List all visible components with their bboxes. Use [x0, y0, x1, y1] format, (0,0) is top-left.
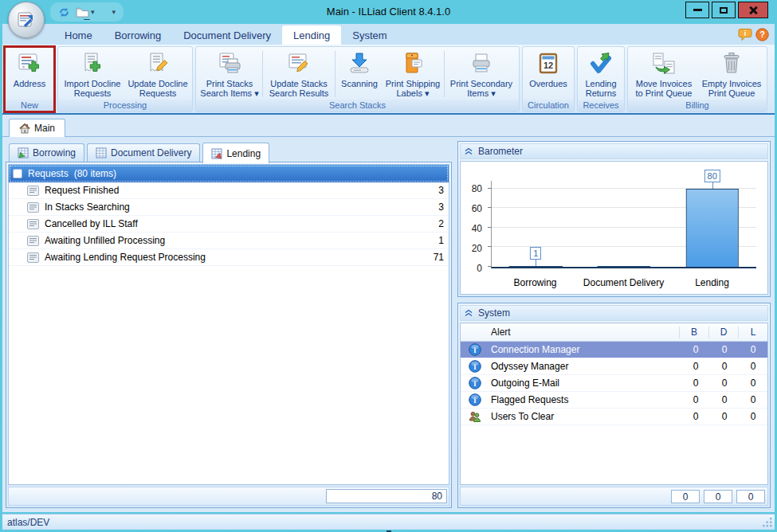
- collapse-chevrons-icon[interactable]: [465, 147, 473, 155]
- update-docline-requests-button[interactable]: Update Docline Requests: [125, 49, 190, 100]
- info-icon: i: [469, 393, 481, 406]
- status-bar: atlas/DEV: [2, 514, 775, 530]
- d-total: 0: [704, 490, 732, 503]
- request-count: 3: [438, 201, 449, 213]
- bar-value-label: 1: [530, 247, 541, 260]
- about-bubble-icon[interactable]: i: [738, 28, 752, 41]
- system-table-body: Alert B D L i Connection Manager: [460, 323, 768, 485]
- chart-plot: 180: [491, 181, 756, 268]
- system-header[interactable]: System: [460, 305, 768, 321]
- home-icon: [19, 123, 30, 134]
- request-list-icon: [27, 186, 39, 196]
- bar-lending: [685, 189, 738, 267]
- scanning-button[interactable]: Scanning: [336, 49, 383, 100]
- alert-l-count: 0: [739, 411, 767, 422]
- ribbon-group-label-search-stacks: Search Stacks: [196, 100, 519, 111]
- print-stacks-search-items-button[interactable]: Print Stacks Search Items ▾: [198, 49, 261, 100]
- request-row[interactable]: In Stacks Searching 3: [9, 199, 449, 216]
- request-list-icon: [27, 252, 39, 263]
- tab-main-label: Main: [34, 123, 55, 134]
- system-row-flagged-requests[interactable]: i Flagged Requests 0 0 0: [461, 392, 767, 409]
- lending-returns-icon: [588, 51, 614, 76]
- l-column-header[interactable]: L: [739, 327, 767, 338]
- button-label: Overdues: [529, 79, 567, 88]
- requests-group-header[interactable]: Requests (80 items): [9, 165, 449, 182]
- application-menu-button[interactable]: [8, 2, 45, 38]
- subtab-document-delivery[interactable]: Document Delivery: [87, 143, 200, 162]
- bar-column-document-delivery: [580, 181, 669, 267]
- alert-b-count: 0: [681, 394, 710, 405]
- button-label: Lending Returns: [581, 79, 621, 98]
- ribbon-group-search-stacks: Print Stacks Search Items ▾ Update Stack…: [195, 46, 520, 112]
- print-shipping-labels-icon: [400, 51, 426, 76]
- ribbon-separator: [444, 51, 445, 97]
- system-alert-table: Alert B D L i Connection Manager: [461, 323, 767, 425]
- print-secondary-items-button[interactable]: Print Secondary Items ▾: [445, 49, 517, 100]
- address-new-icon: [17, 51, 42, 76]
- tab-system[interactable]: System: [341, 25, 398, 45]
- folder-icon: [76, 7, 89, 18]
- overdues-calendar-icon: 12: [536, 51, 561, 76]
- request-row[interactable]: Request Finished 3: [9, 182, 449, 199]
- d-column-header[interactable]: D: [709, 327, 738, 338]
- help-icon[interactable]: ?: [755, 28, 769, 41]
- app-logo-icon: [16, 10, 37, 30]
- open-form-button[interactable]: ▾: [76, 7, 95, 18]
- button-label: Update Stacks Search Results: [265, 79, 332, 98]
- refresh-icon[interactable]: [58, 6, 70, 18]
- maximize-button[interactable]: [712, 2, 736, 18]
- print-shipping-labels-button[interactable]: Print Shipping Labels ▾: [383, 49, 443, 100]
- address-button[interactable]: Address: [6, 49, 53, 100]
- borrowing-grid-icon: [18, 147, 29, 158]
- customize-toolbar-button[interactable]: ▾: [112, 10, 116, 14]
- resize-grip[interactable]: [763, 518, 772, 527]
- collapse-chevrons-icon[interactable]: [465, 309, 473, 317]
- alert-l-count: 0: [739, 377, 767, 389]
- update-stacks-search-results-button[interactable]: Update Stacks Search Results: [264, 49, 334, 100]
- update-docline-icon: [145, 51, 171, 76]
- button-label: Print Secondary Items ▾: [447, 79, 516, 98]
- request-row[interactable]: Awaiting Unfilled Processing 1: [9, 233, 449, 249]
- tab-home[interactable]: Home: [53, 25, 104, 45]
- titlebar: ▾ ▾ Main - ILLiad Client 8.4.1.0: [2, 0, 775, 24]
- request-row[interactable]: Cancelled by ILL Staff 2: [9, 216, 449, 233]
- alert-column-header[interactable]: Alert: [489, 327, 679, 338]
- ribbon-group-label-billing: Billing: [628, 100, 767, 111]
- subtab-label: Document Delivery: [111, 147, 191, 158]
- button-label: Empty Invoices Print Queue: [700, 79, 763, 98]
- barometer-header[interactable]: Barometer: [460, 143, 768, 159]
- minimize-button[interactable]: [685, 2, 709, 18]
- request-label: Request Finished: [45, 185, 119, 196]
- move-invoices-to-print-queue-button[interactable]: Move Invoices to Print Queue: [630, 49, 698, 100]
- empty-invoices-print-queue-button[interactable]: Empty Invoices Print Queue: [698, 49, 765, 100]
- print-stacks-search-items-icon: [217, 51, 242, 76]
- tab-borrowing[interactable]: Borrowing: [104, 25, 173, 45]
- alert-l-count: 0: [739, 344, 767, 355]
- info-icon: i: [469, 360, 481, 373]
- requests-total: 80: [326, 489, 447, 503]
- system-row-outgoing-email[interactable]: i Outgoing E-Mail 0 0 0: [461, 375, 767, 392]
- import-docline-icon: [80, 51, 105, 76]
- ribbon-group-billing: Move Invoices to Print Queue Empty Invoi…: [627, 46, 767, 112]
- lending-returns-button[interactable]: Lending Returns: [579, 49, 622, 100]
- ribbon-tab-row: Home Borrowing Document Delivery Lending…: [2, 24, 775, 45]
- collapse-minus-icon[interactable]: [13, 169, 22, 178]
- overdues-button[interactable]: 12 Overdues: [524, 49, 572, 100]
- system-row-users-to-clear[interactable]: Users To Clear 0 0 0: [461, 409, 767, 425]
- alert-d-count: 0: [710, 344, 739, 355]
- subtab-lending[interactable]: Lending: [202, 143, 269, 163]
- alert-d-count: 0: [710, 361, 739, 372]
- b-column-header[interactable]: B: [680, 327, 708, 338]
- close-button[interactable]: [738, 2, 768, 18]
- empty-invoices-icon: [719, 51, 744, 76]
- tab-main[interactable]: Main: [9, 119, 65, 137]
- subtab-borrowing[interactable]: Borrowing: [9, 143, 84, 162]
- system-row-connection-manager[interactable]: i Connection Manager 0 0 0: [461, 342, 767, 358]
- svg-text:?: ?: [759, 29, 765, 39]
- system-row-odyssey-manager[interactable]: i Odyssey Manager 0 0 0: [461, 358, 767, 375]
- import-docline-requests-button[interactable]: Import Docline Requests: [60, 49, 125, 100]
- tab-lending[interactable]: Lending: [282, 25, 341, 45]
- value-label-connector: [536, 260, 536, 266]
- tab-document-delivery[interactable]: Document Delivery: [172, 25, 282, 45]
- request-row[interactable]: Awaiting Lending Request Processing 71: [9, 249, 449, 266]
